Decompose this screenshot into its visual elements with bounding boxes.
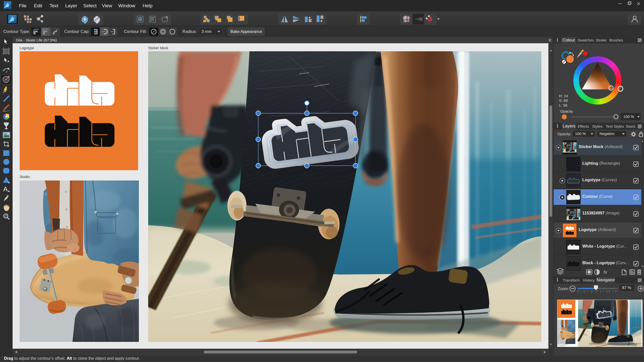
svg-text:A: A (3, 185, 8, 193)
svg-text:S: 88: S: 88 (559, 98, 568, 103)
svg-text:fx: fx (603, 269, 608, 275)
svg-text:H: 24: H: 24 (559, 94, 568, 98)
svg-text:Opacity: Opacity (560, 109, 573, 113)
svg-text:L: 56: L: 56 (559, 103, 567, 107)
